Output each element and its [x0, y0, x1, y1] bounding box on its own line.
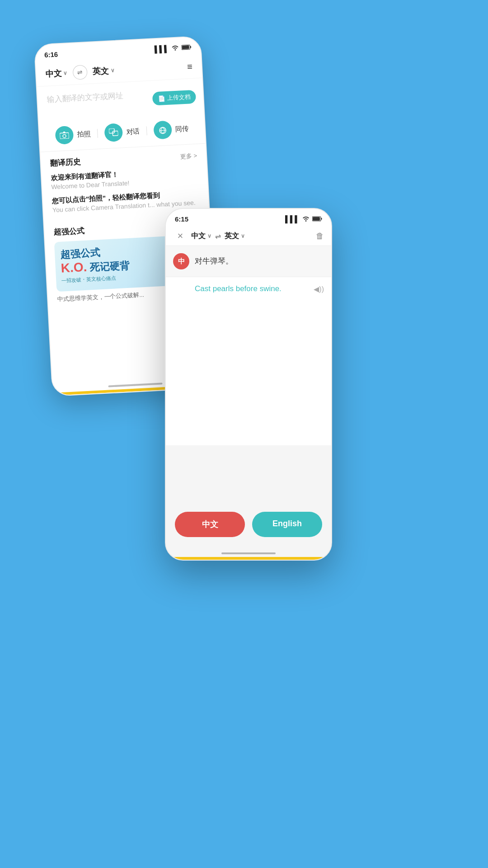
english-button[interactable]: English [252, 512, 322, 537]
time-front: 6:15 [175, 215, 188, 223]
target-lang-front[interactable]: 英文 ∨ [225, 231, 245, 241]
home-indicator-front [221, 552, 276, 554]
close-button[interactable]: × [173, 230, 188, 242]
source-text: 对牛弹琴。 [195, 253, 233, 266]
result-row: Cast pearls before swine. ◀)) [166, 277, 331, 301]
history-item-1[interactable]: 欢迎来到有道翻译官！ Welcome to Dear Translate! [51, 166, 198, 191]
speaker-icon[interactable]: ◀)) [314, 285, 324, 293]
battery-icon-back [181, 43, 192, 52]
translation-empty-area [166, 301, 331, 445]
target-arrow-front: ∨ [241, 233, 245, 239]
camera-feature[interactable]: 拍照 [48, 124, 98, 145]
source-row: 中 对牛弹琴。 [166, 246, 331, 277]
bottom-lang-buttons: 中文 English [175, 512, 322, 537]
simultaneous-icon [153, 121, 172, 140]
trash-button[interactable]: 🗑 [316, 231, 324, 241]
status-icons-back: ▌▌▌ [154, 43, 192, 53]
source-lang-front[interactable]: 中文 ∨ [191, 231, 211, 241]
translation-header: × 中文 ∨ ⇌ 英文 ∨ 🗑 [166, 226, 331, 246]
conversation-icon [104, 123, 123, 142]
promo-sub: 一招攻破・英文核心痛点 [61, 274, 130, 284]
history-title: 翻译历史 [50, 156, 81, 169]
conversation-feature[interactable]: 对话 [97, 122, 147, 142]
simultaneous-feature[interactable]: 同传 [146, 119, 196, 140]
svg-rect-6 [113, 131, 118, 136]
lang-badge: 中 [173, 253, 189, 269]
svg-rect-11 [321, 218, 322, 220]
camera-icon [55, 126, 74, 145]
status-bar-front: 6:15 ▌▌▌ [166, 209, 331, 226]
promo-big-text: 超强公式 K.O. 死记硬背 [60, 245, 130, 276]
promo-content: 超强公式 K.O. 死记硬背 一招攻破・英文核心痛点 [60, 245, 131, 284]
camera-label: 拍照 [77, 129, 91, 139]
svg-line-8 [160, 130, 166, 131]
svg-point-4 [63, 134, 66, 137]
source-lang-back[interactable]: 中文 ∨ [45, 67, 68, 80]
status-icons-front: ▌▌▌ [285, 215, 322, 223]
svg-rect-3 [60, 132, 69, 139]
wifi-icon-back [171, 44, 179, 52]
phone-front: 6:15 ▌▌▌ × 中文 ∨ ⇌ 英文 ∨ 🗑 中 对牛弹琴。 Cast p [165, 208, 332, 561]
battery-icon-front [312, 215, 322, 223]
target-lang-back[interactable]: 英文 ∨ [93, 65, 115, 77]
more-link[interactable]: 更多 > [180, 151, 197, 160]
input-placeholder-back: 输入翻译的文字或网址 [47, 91, 124, 104]
source-arrow-back: ∨ [63, 70, 68, 76]
home-indicator-back [108, 382, 163, 387]
svg-rect-5 [109, 128, 115, 133]
menu-button-back[interactable]: ≡ [187, 61, 193, 72]
promo-ko: K.O. [61, 260, 87, 275]
conversation-label: 对话 [126, 127, 140, 137]
target-arrow-back: ∨ [111, 67, 115, 74]
time-back: 6:16 [44, 50, 58, 59]
signal-icon-front: ▌▌▌ [285, 215, 300, 223]
swap-button-back[interactable]: ⇌ [72, 65, 88, 80]
source-arrow-front: ∨ [207, 233, 211, 239]
upload-icon: 📄 [158, 95, 165, 102]
swap-button-front[interactable]: ⇌ [215, 232, 221, 241]
signal-icon-back: ▌▌▌ [154, 45, 169, 53]
wifi-icon-front [302, 215, 310, 223]
simultaneous-label: 同传 [175, 124, 189, 134]
upload-doc-button[interactable]: 📄 上传文档 [152, 90, 196, 106]
history-header: 翻译历史 更多 > [50, 151, 197, 169]
svg-rect-1 [182, 45, 189, 49]
svg-rect-2 [190, 46, 191, 48]
result-text: Cast pearls before swine. [195, 284, 282, 293]
chinese-button[interactable]: 中文 [175, 512, 245, 537]
svg-rect-10 [313, 217, 320, 221]
